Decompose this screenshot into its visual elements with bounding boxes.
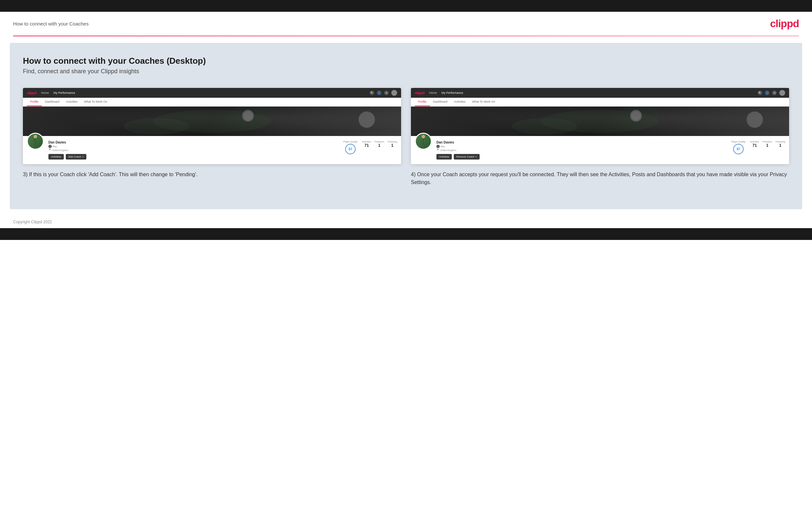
mock-location-left: 📍 United Kingdom — [48, 149, 339, 151]
mock-nav-icons-left: 🔍 👤 ⚙ — [370, 90, 397, 96]
tab-activities-right[interactable]: Activities — [451, 98, 469, 106]
svg-point-5 — [34, 135, 37, 138]
quality-label-right: Player Quality — [731, 140, 746, 143]
mock-profile-section-left: Dan Davies ✓ Pro 📍 United Kingdom Unfoll… — [23, 136, 401, 164]
header: How to connect with your Coaches clippd — [0, 12, 812, 36]
mock-profile-section-right: Dan Davies ✓ Pro 📍 United Kingdom Unfoll… — [411, 136, 789, 164]
stat-label-followers-left: Followers — [374, 140, 384, 143]
mock-stats-left: Activities 71 Followers 1 Following 1 — [362, 139, 397, 148]
stat-label-activities-right: Activities — [750, 140, 759, 143]
svg-line-19 — [423, 143, 425, 147]
mock-banner-left — [23, 107, 401, 136]
mock-nav-icons-right: 🔍 👤 ⚙ — [758, 90, 785, 96]
mock-player-name-right: Dan Davies — [437, 140, 727, 144]
svg-point-12 — [512, 118, 577, 134]
mock-avatar-right — [415, 133, 432, 150]
location-icon-left: 📍 — [48, 149, 51, 151]
search-icon-left[interactable]: 🔍 — [370, 91, 374, 95]
stat-value-activities-right: 71 — [750, 143, 759, 148]
mock-nav-left: clippd Home My Performance 🔍 👤 ⚙ — [23, 88, 401, 98]
mock-logo-right: clippd — [415, 91, 424, 95]
quality-circle-right: 97 — [733, 144, 744, 154]
mock-stat-following-right: Following 1 — [775, 140, 785, 148]
mock-player-info-right: Dan Davies ✓ Pro 📍 United Kingdom Unfoll… — [437, 139, 727, 160]
stat-value-following-right: 1 — [775, 143, 785, 148]
pro-badge-text-right: Pro — [441, 145, 445, 148]
svg-point-4 — [243, 111, 253, 120]
mock-nav-performance-left[interactable]: My Performance — [53, 91, 75, 95]
main-heading: How to connect with your Coaches (Deskto… — [23, 56, 789, 66]
mock-nav-home-right[interactable]: Home — [429, 91, 437, 95]
description-left: 3) If this is your Coach click 'Add Coac… — [23, 171, 401, 178]
stat-value-followers-left: 1 — [374, 143, 384, 148]
bottom-bar — [0, 228, 812, 240]
copyright-text: Copyright Clippd 2022 — [13, 220, 52, 224]
svg-line-8 — [34, 143, 35, 147]
tab-dashboard-left[interactable]: Dashboard — [42, 98, 63, 106]
tab-activities-left[interactable]: Activities — [63, 98, 81, 106]
screenshots-row: clippd Home My Performance 🔍 👤 ⚙ Profile… — [23, 88, 789, 186]
golfer-svg-left — [28, 134, 43, 149]
user-icon-right[interactable]: 👤 — [765, 91, 769, 95]
mock-player-info-left: Dan Davies ✓ Pro 📍 United Kingdom Unfoll… — [48, 139, 339, 160]
svg-point-15 — [422, 135, 425, 138]
remove-coach-x-icon: × — [475, 155, 477, 158]
tab-profile-right[interactable]: Profile — [415, 98, 430, 106]
unfollow-button-left[interactable]: Unfollow — [48, 154, 64, 160]
golfer-svg-right — [416, 134, 431, 149]
mock-nav-right: clippd Home My Performance 🔍 👤 ⚙ — [411, 88, 789, 98]
mock-stat-activities-right: Activities 71 — [750, 140, 759, 148]
mock-buttons-left: Unfollow Add Coach + — [48, 154, 339, 160]
nav-avatar-right[interactable] — [779, 90, 785, 96]
mock-location-right: 📍 United Kingdom — [437, 149, 727, 151]
add-coach-button[interactable]: Add Coach + — [66, 154, 86, 160]
svg-line-9 — [35, 143, 37, 147]
tab-profile-left[interactable]: Profile — [27, 98, 42, 106]
settings-icon-left[interactable]: ⚙ — [384, 91, 389, 95]
mock-browser-right: clippd Home My Performance 🔍 👤 ⚙ Profile… — [411, 88, 789, 164]
top-bar — [0, 0, 812, 12]
footer: Copyright Clippd 2022 — [0, 216, 812, 228]
screenshot-col-right: clippd Home My Performance 🔍 👤 ⚙ Profile… — [411, 88, 789, 186]
stat-label-following-right: Following — [775, 140, 785, 143]
main-subheading: Find, connect and share your Clippd insi… — [23, 68, 789, 75]
mock-tabs-right: Profile Dashboard Activities What To Wor… — [411, 98, 789, 107]
stat-value-following-left: 1 — [387, 143, 397, 148]
svg-point-2 — [124, 118, 189, 134]
nav-avatar-left[interactable] — [391, 90, 397, 96]
location-text-right: United Kingdom — [440, 149, 456, 151]
unfollow-button-right[interactable]: Unfollow — [437, 154, 452, 160]
mock-nav-home-left[interactable]: Home — [41, 91, 49, 95]
mock-player-badge-left: ✓ Pro — [48, 145, 339, 148]
mock-player-name-left: Dan Davies — [48, 140, 339, 144]
pro-badge-icon-right: ✓ — [437, 145, 440, 148]
tab-whattoworkon-right[interactable]: What To Work On — [469, 98, 499, 106]
mock-stat-activities-left: Activities 71 — [362, 140, 371, 148]
mock-quality-left: Player Quality 97 — [343, 139, 358, 154]
mock-nav-performance-right[interactable]: My Performance — [441, 91, 463, 95]
tab-whattworkon-left[interactable]: What To Work On — [81, 98, 111, 106]
svg-point-14 — [631, 111, 641, 120]
remove-coach-button[interactable]: Remove Coach × — [454, 154, 479, 160]
stat-value-followers-right: 1 — [762, 143, 772, 148]
settings-icon-right[interactable]: ⚙ — [772, 91, 777, 95]
header-logo: clippd — [770, 18, 799, 30]
screenshot-col-left: clippd Home My Performance 🔍 👤 ⚙ Profile… — [23, 88, 401, 186]
mock-logo-left: clippd — [27, 91, 36, 95]
search-icon-right[interactable]: 🔍 — [758, 91, 762, 95]
stat-label-activities-left: Activities — [362, 140, 371, 143]
user-icon-left[interactable]: 👤 — [377, 91, 382, 95]
stat-value-activities-left: 71 — [362, 143, 371, 148]
svg-line-7 — [33, 139, 35, 142]
svg-line-17 — [421, 139, 423, 142]
location-text-left: United Kingdom — [52, 149, 68, 151]
svg-line-18 — [422, 143, 423, 147]
mock-player-badge-right: ✓ Pro — [437, 145, 727, 148]
mock-tabs-left: Profile Dashboard Activities What To Wor… — [23, 98, 401, 107]
main-content: How to connect with your Coaches (Deskto… — [10, 43, 802, 209]
pro-badge-text-left: Pro — [53, 145, 57, 148]
mock-buttons-right: Unfollow Remove Coach × — [437, 154, 727, 160]
banner-svg-left — [23, 107, 401, 136]
mock-quality-right: Player Quality 97 — [731, 139, 746, 154]
tab-dashboard-right[interactable]: Dashboard — [430, 98, 451, 106]
